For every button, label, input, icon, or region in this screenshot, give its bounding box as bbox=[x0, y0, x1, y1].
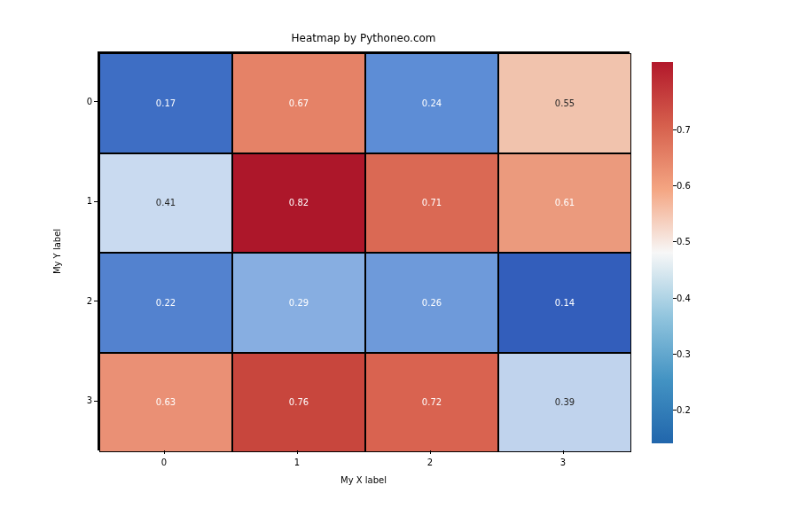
y-tick-mark bbox=[94, 101, 98, 102]
heatmap-cell: 0.82 bbox=[232, 153, 365, 254]
chart-title: Heatmap by Pythoneo.com bbox=[98, 32, 630, 44]
heatmap-cell: 0.63 bbox=[99, 353, 232, 453]
y-tick-label: 2 bbox=[76, 251, 92, 351]
heatmap-cell: 0.24 bbox=[365, 53, 498, 153]
heatmap-cell: 0.14 bbox=[498, 253, 631, 353]
colorbar: 0.20.30.40.50.60.7 bbox=[652, 62, 673, 443]
x-axis-label: My X label bbox=[98, 475, 630, 485]
heatmap-cell: 0.41 bbox=[99, 153, 232, 254]
heatmap-cell: 0.39 bbox=[498, 353, 631, 453]
heatmap-cell: 0.29 bbox=[232, 253, 365, 353]
heatmap-cell: 0.26 bbox=[365, 253, 498, 353]
colorbar-tick-mark bbox=[673, 185, 677, 186]
y-axis-label: My Y label bbox=[51, 51, 64, 450]
colorbar-tick-label: 0.5 bbox=[677, 237, 691, 246]
colorbar-tick-mark bbox=[673, 129, 677, 130]
y-tick-label: 1 bbox=[76, 152, 92, 252]
colorbar-tick-mark bbox=[673, 241, 677, 242]
x-tick-mark bbox=[164, 450, 165, 454]
heatmap-grid: 0.170.670.240.550.410.820.710.610.220.29… bbox=[98, 51, 630, 450]
heatmap-cell: 0.61 bbox=[498, 153, 631, 254]
x-tick-mark bbox=[563, 450, 564, 454]
y-tick-label: 0 bbox=[76, 51, 92, 152]
heatmap-cell: 0.71 bbox=[365, 153, 498, 254]
heatmap-cell: 0.76 bbox=[232, 353, 365, 453]
x-tick-label: 2 bbox=[364, 458, 497, 467]
x-tick-label: 3 bbox=[497, 458, 630, 467]
y-tick-mark bbox=[94, 301, 98, 301]
y-tick-mark bbox=[94, 401, 98, 402]
colorbar-tick-label: 0.6 bbox=[677, 181, 691, 191]
heatmap-cell: 0.17 bbox=[99, 53, 232, 153]
heatmap-cell: 0.22 bbox=[99, 253, 232, 353]
chart-area: 0.170.670.240.550.410.820.710.610.220.29… bbox=[98, 51, 630, 486]
x-tick-mark bbox=[430, 450, 431, 454]
colorbar-tick-mark bbox=[673, 354, 677, 355]
x-tick-mark bbox=[297, 450, 298, 454]
heatmap-cell: 0.67 bbox=[232, 53, 365, 153]
heatmap-cell: 0.72 bbox=[365, 353, 498, 453]
x-tick-label: 1 bbox=[231, 458, 364, 467]
y-tick-label: 3 bbox=[76, 351, 92, 451]
colorbar-tick-label: 0.2 bbox=[677, 405, 691, 415]
x-tick-label: 0 bbox=[98, 458, 231, 467]
colorbar-tick-mark bbox=[673, 298, 677, 299]
colorbar-tick-mark bbox=[673, 410, 677, 411]
colorbar-gradient bbox=[652, 62, 673, 443]
colorbar-tick-label: 0.7 bbox=[677, 124, 691, 134]
colorbar-tick-label: 0.3 bbox=[677, 348, 691, 358]
heatmap-cell: 0.55 bbox=[498, 53, 631, 153]
y-tick-mark bbox=[94, 201, 98, 202]
colorbar-tick-label: 0.4 bbox=[677, 293, 691, 302]
